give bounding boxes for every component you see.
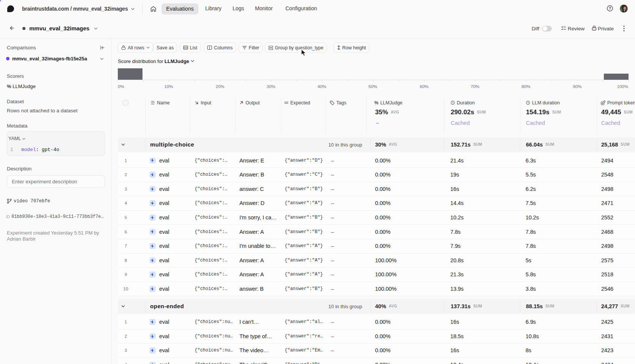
svg-text:?: ? [609, 6, 611, 11]
